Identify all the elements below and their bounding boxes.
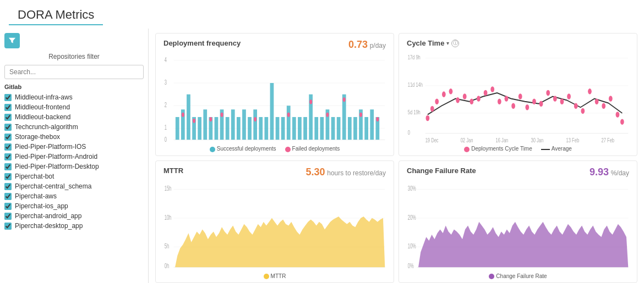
repo-item[interactable]: Pied-Piper-Platform-IOS bbox=[4, 142, 144, 152]
repo-item[interactable]: Pied-Piper-Platform-Android bbox=[4, 152, 144, 162]
repo-item[interactable]: Middleout-backend bbox=[4, 112, 144, 122]
svg-point-48 bbox=[193, 119, 195, 123]
svg-rect-29 bbox=[281, 117, 285, 140]
svg-rect-12 bbox=[187, 95, 190, 140]
deployment-freq-title: Deployment frequency bbox=[163, 39, 241, 47]
svg-point-83 bbox=[498, 99, 501, 105]
mttr-chart: 15h 10h 5h 0h 19 Dec 02 Jan 16 Jan 30 Ja… bbox=[163, 180, 386, 271]
mttr-card: MTTR 5.30 hours to restore/day 15h 10h 5… bbox=[155, 160, 394, 284]
cycle-time-info-icon[interactable]: ⓘ bbox=[451, 40, 459, 47]
svg-text:0: 0 bbox=[165, 136, 167, 143]
cycle-time-chart: 17d 9h 11d 14h 5d 19h 0 bbox=[407, 49, 629, 143]
cfr-legend: Change Failure Rate bbox=[407, 273, 629, 279]
svg-point-50 bbox=[221, 113, 223, 117]
svg-rect-35 bbox=[314, 117, 318, 140]
svg-point-74 bbox=[435, 99, 439, 105]
deployment-freq-chart: 4 3 2 1 0 bbox=[163, 53, 386, 143]
svg-text:19 Dec: 19 Dec bbox=[425, 136, 439, 143]
svg-text:0: 0 bbox=[408, 129, 411, 136]
svg-text:15h: 15h bbox=[165, 185, 172, 192]
svg-point-100 bbox=[616, 112, 620, 118]
cfr-value: 9.93 %/day bbox=[590, 167, 629, 178]
svg-point-76 bbox=[449, 88, 453, 95]
svg-text:10h: 10h bbox=[165, 213, 172, 220]
repo-label: Pied-Piper-Platform-Android bbox=[15, 153, 97, 160]
cfr-card: Change Failure Rate 9.93 %/day 30% 20% 1… bbox=[399, 160, 637, 284]
repo-item[interactable]: Piperchat-android_app bbox=[4, 211, 144, 221]
repo-label: Piperchat-desktop_app bbox=[15, 222, 83, 230]
repo-label: Storage-thebox bbox=[15, 133, 60, 141]
mttr-value: 5.30 hours to restore/day bbox=[306, 167, 386, 178]
svg-point-88 bbox=[532, 99, 536, 105]
search-input[interactable] bbox=[4, 65, 144, 79]
repo-item[interactable]: Storage-thebox bbox=[4, 132, 144, 142]
svg-point-52 bbox=[287, 113, 290, 117]
group-label: Gitlab bbox=[4, 84, 144, 90]
svg-rect-36 bbox=[320, 117, 324, 140]
svg-point-82 bbox=[490, 86, 494, 92]
repo-item[interactable]: Middleout-frontend bbox=[4, 102, 144, 112]
svg-rect-14 bbox=[198, 117, 201, 140]
repo-checkbox[interactable] bbox=[4, 183, 12, 190]
mttr-title: MTTR bbox=[163, 167, 183, 175]
sidebar-panel: Repositories filter Gitlab Middleout-inf… bbox=[0, 29, 149, 283]
svg-rect-39 bbox=[337, 117, 341, 140]
repo-checkbox[interactable] bbox=[4, 143, 12, 151]
svg-point-95 bbox=[581, 108, 585, 114]
repo-checkbox[interactable] bbox=[4, 94, 12, 101]
cfr-chart: 30% 20% 10% 0% 19 Dec 02 Jan 16 Jan 30 J… bbox=[407, 180, 629, 271]
repo-checkbox[interactable] bbox=[4, 203, 12, 210]
repo-label: Middleout-backend bbox=[15, 113, 70, 121]
svg-point-90 bbox=[546, 90, 550, 96]
repo-checkbox[interactable] bbox=[4, 173, 12, 180]
svg-text:1: 1 bbox=[165, 124, 167, 131]
repo-checkbox[interactable] bbox=[4, 153, 12, 160]
svg-point-80 bbox=[477, 96, 481, 102]
svg-point-79 bbox=[470, 99, 473, 105]
svg-point-84 bbox=[505, 96, 509, 102]
repo-item[interactable]: Piperchat-central_schema bbox=[4, 181, 144, 191]
deployment-frequency-card: Deployment frequency 0.73 p/day 4 3 2 1 … bbox=[155, 33, 394, 156]
filter-icon-button[interactable] bbox=[4, 33, 20, 48]
svg-rect-33 bbox=[303, 117, 307, 140]
repo-checkbox[interactable] bbox=[4, 134, 12, 141]
svg-point-81 bbox=[484, 90, 488, 96]
svg-point-49 bbox=[209, 117, 212, 121]
repo-item[interactable]: Middleout-infra-aws bbox=[4, 92, 144, 102]
svg-point-53 bbox=[309, 99, 312, 104]
cycle-time-legend: Deployments Cycle Time Average bbox=[407, 146, 629, 152]
svg-rect-32 bbox=[298, 117, 302, 140]
deployment-freq-legend: Successful deployments Failed deployment… bbox=[163, 146, 386, 152]
svg-point-56 bbox=[359, 113, 362, 117]
cfr-title: Change Failure Rate bbox=[407, 167, 476, 175]
deployment-freq-value: 0.73 p/day bbox=[348, 39, 386, 51]
mttr-legend: MTTR bbox=[163, 273, 386, 279]
repo-item[interactable]: Pied-Piper-Platform-Desktop bbox=[4, 162, 144, 171]
repo-item[interactable]: Piperchat-ios_app bbox=[4, 201, 144, 211]
svg-point-91 bbox=[553, 96, 557, 102]
svg-rect-19 bbox=[226, 117, 230, 140]
repo-item[interactable]: Piperchat-aws bbox=[4, 191, 144, 201]
cycle-time-card: Cycle Time ▾ ⓘ 17d 9h 11d 14h 5d 19h 0 bbox=[399, 33, 637, 156]
repo-checkbox[interactable] bbox=[4, 124, 12, 131]
svg-text:30 Jan: 30 Jan bbox=[531, 136, 544, 143]
repo-item[interactable]: Piperchat-bot bbox=[4, 171, 144, 181]
repo-item[interactable]: Techcrunch-algorithm bbox=[4, 122, 144, 132]
cycle-time-dropdown[interactable]: ▾ bbox=[446, 40, 449, 46]
svg-text:5h: 5h bbox=[165, 242, 170, 249]
svg-rect-21 bbox=[237, 117, 241, 140]
svg-rect-41 bbox=[348, 117, 352, 140]
svg-point-75 bbox=[442, 91, 446, 97]
repo-checkbox[interactable] bbox=[4, 213, 12, 220]
repo-checkbox[interactable] bbox=[4, 193, 12, 200]
svg-point-89 bbox=[539, 101, 543, 107]
repo-checkbox[interactable] bbox=[4, 104, 12, 111]
repo-item[interactable]: Piperchat-desktop_app bbox=[4, 221, 144, 231]
charts-grid: Deployment frequency 0.73 p/day 4 3 2 1 … bbox=[149, 29, 644, 283]
svg-rect-22 bbox=[242, 109, 246, 140]
repo-checkbox[interactable] bbox=[4, 114, 12, 121]
svg-point-54 bbox=[326, 113, 329, 117]
repo-checkbox[interactable] bbox=[4, 223, 12, 230]
svg-point-94 bbox=[574, 103, 578, 109]
repo-checkbox[interactable] bbox=[4, 163, 12, 170]
